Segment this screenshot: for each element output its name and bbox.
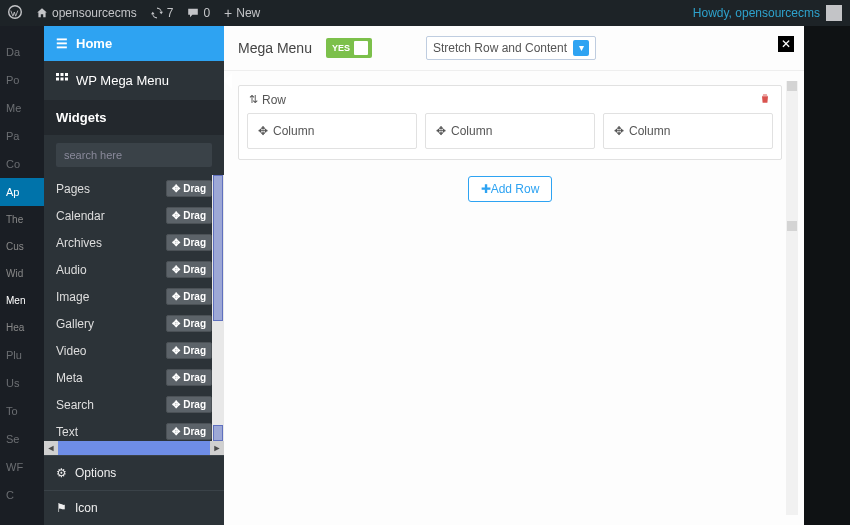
svg-rect-6: [65, 78, 68, 81]
drag-button[interactable]: ✥ Drag: [166, 396, 212, 413]
home-icon[interactable]: opensourcecms: [36, 6, 137, 20]
widget-item: Archives✥ Drag: [56, 229, 212, 256]
svg-rect-4: [56, 78, 59, 81]
widget-item: Calendar✥ Drag: [56, 202, 212, 229]
icon-link[interactable]: ⚑ Icon: [44, 490, 224, 525]
trash-icon[interactable]: [759, 92, 771, 107]
hamburger-icon: ☰: [56, 36, 68, 51]
chevron-down-icon: ▾: [573, 40, 589, 56]
comments-icon[interactable]: 0: [187, 6, 210, 20]
widget-item: Audio✥ Drag: [56, 256, 212, 283]
widget-label: Image: [56, 290, 89, 304]
canvas-scrollbar[interactable]: [786, 81, 798, 515]
search-input[interactable]: [56, 143, 212, 167]
add-row-button[interactable]: ✚ Add Row: [468, 176, 553, 202]
brand-row[interactable]: WP Mega Menu: [44, 61, 224, 100]
row[interactable]: ⇅ Row ✥Column ✥Column ✥Column: [238, 85, 782, 160]
wp-admin-bar: opensourcecms 7 0 +New Howdy, opensource…: [0, 0, 850, 26]
home-button[interactable]: ☰ Home: [44, 26, 224, 61]
widget-label: Video: [56, 344, 86, 358]
widget-hscrollbar[interactable]: ◄ ►: [44, 441, 224, 455]
move-icon: ✥: [436, 124, 446, 138]
mega-menu-sidebar: ☰ Home WP Mega Menu Widgets Pages✥ DragC…: [44, 26, 224, 525]
widget-item: Gallery✥ Drag: [56, 310, 212, 337]
widget-item: Search✥ Drag: [56, 391, 212, 418]
drag-button[interactable]: ✥ Drag: [166, 315, 212, 332]
move-icon: ✥: [614, 124, 624, 138]
svg-rect-5: [61, 78, 64, 81]
builder-canvas: ⇅ Row ✥Column ✥Column ✥Column ✚: [224, 71, 804, 525]
drag-button[interactable]: ✥ Drag: [166, 207, 212, 224]
mega-menu-modal: ☰ Home WP Mega Menu Widgets Pages✥ DragC…: [44, 26, 804, 525]
widget-label: Meta: [56, 371, 83, 385]
drag-button[interactable]: ✥ Drag: [166, 423, 212, 440]
widget-scrollbar[interactable]: [212, 175, 224, 441]
plus-icon: ✚: [481, 182, 491, 196]
updates-icon[interactable]: 7: [151, 6, 174, 20]
widget-label: Calendar: [56, 209, 105, 223]
page-title: Mega Menu: [238, 40, 312, 56]
column[interactable]: ✥Column: [247, 113, 417, 149]
drag-button[interactable]: ✥ Drag: [166, 180, 212, 197]
widget-label: Text: [56, 425, 78, 439]
drag-button[interactable]: ✥ Drag: [166, 288, 212, 305]
grid-icon: [56, 73, 68, 88]
options-link[interactable]: ⚙ Options: [44, 455, 224, 490]
drag-button[interactable]: ✥ Drag: [166, 342, 212, 359]
svg-point-0: [9, 5, 22, 18]
widget-label: Search: [56, 398, 94, 412]
avatar: [826, 5, 842, 21]
column[interactable]: ✥Column: [603, 113, 773, 149]
widget-label: Archives: [56, 236, 102, 250]
flag-icon: ⚑: [56, 501, 67, 515]
svg-rect-3: [65, 73, 68, 76]
drag-button[interactable]: ✥ Drag: [166, 261, 212, 278]
widget-item: Meta✥ Drag: [56, 364, 212, 391]
gear-icon: ⚙: [56, 466, 67, 480]
column[interactable]: ✥Column: [425, 113, 595, 149]
new-link[interactable]: +New: [224, 5, 260, 21]
drag-button[interactable]: ✥ Drag: [166, 369, 212, 386]
svg-rect-2: [61, 73, 64, 76]
builder-topbar: Mega Menu YES Stretch Row and Content ▾ …: [224, 26, 804, 71]
svg-rect-1: [56, 73, 59, 76]
drag-button[interactable]: ✥ Drag: [166, 234, 212, 251]
mega-menu-toggle[interactable]: YES: [326, 38, 372, 58]
widget-label: Pages: [56, 182, 90, 196]
widget-item: Pages✥ Drag: [56, 175, 212, 202]
widget-item: Text✥ Drag: [56, 418, 212, 441]
sort-icon[interactable]: ⇅: [249, 93, 258, 106]
close-icon[interactable]: ✕: [778, 36, 794, 52]
widget-label: Gallery: [56, 317, 94, 331]
widget-item: Video✥ Drag: [56, 337, 212, 364]
howdy-link[interactable]: Howdy, opensourcecms: [693, 5, 842, 21]
wp-admin-sidebar: DaPoMePaCo ApTheCusWidMenHea PluUsToSeWF…: [0, 26, 44, 525]
widget-item: Image✥ Drag: [56, 283, 212, 310]
widget-list: Pages✥ DragCalendar✥ DragArchives✥ DragA…: [44, 175, 224, 441]
widget-label: Audio: [56, 263, 87, 277]
move-icon: ✥: [258, 124, 268, 138]
widgets-heading: Widgets: [44, 100, 224, 135]
layout-select[interactable]: Stretch Row and Content ▾: [426, 36, 596, 60]
wp-logo-icon[interactable]: [8, 5, 22, 22]
